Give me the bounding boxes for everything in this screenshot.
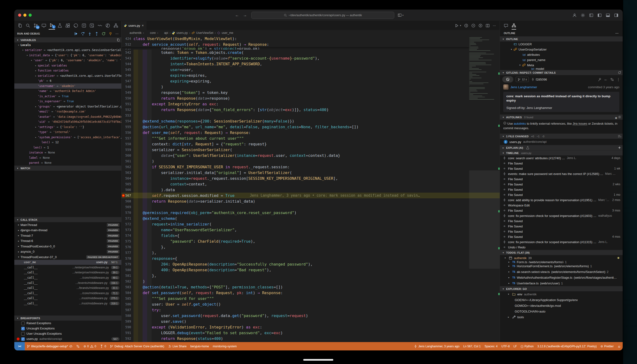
breakpoint-paused-icon[interactable] [122,200,125,203]
editor-gutter[interactable]: 552 [122,107,132,112]
variable-row[interactable]: 'name' = 'authentik Default Admin' [14,89,121,94]
ports-status[interactable]: 0 [98,342,108,350]
github-icon[interactable] [73,22,79,30]
variable-row[interactable]: 'is_superuser' = True [14,99,121,104]
nav-dot-icon[interactable] [471,24,475,28]
editor-gutter[interactable]: 584 [122,290,132,296]
editor-gutter[interactable]: 583 [122,284,132,290]
editor-gutter[interactable]: 585 [122,296,132,301]
variable-row[interactable]: ▾ serializer = <authentik.core.api.users… [14,48,121,53]
expand-chevron-icon[interactable]: ▸ [17,245,20,248]
stack-frame-row[interactable]: user_me users.py 567:1 [14,260,121,265]
debug-step-out-button[interactable] [95,32,99,36]
breadcrumb-item[interactable]: authentik [130,31,142,34]
explain-ai-header[interactable]: ▸EXPLAIN (AI) [500,145,623,150]
pin-icon[interactable] [598,78,601,81]
thread-row[interactable]: ▾ ThreadPoolExecutor-37_0 PAUSED ON BREA… [14,254,121,260]
code-line[interactable]: 586 user: User = self.get_object() [122,301,500,307]
editor-gutter[interactable]: 568 [122,198,132,204]
code-line[interactable]: 546 expires=expires, [122,72,500,78]
code-line[interactable]: 560 data={"user": UserSelfSerializer(ins… [122,152,500,158]
code-line[interactable]: 578 responses={ [122,256,500,261]
breakpoint-paused-icon[interactable] [122,303,125,306]
breakpoints-header[interactable]: ▾ BREAKPOINTS [14,315,121,320]
code-line[interactable]: 579 204: OpenApiResponse(description="Su… [122,261,500,267]
close-tab-icon[interactable]: × [142,24,144,28]
expand-chevron-icon[interactable]: ▸ [507,282,511,284]
code-line[interactable]: 555 @action(url_path="me", url_name="me"… [122,124,500,130]
editor-gutter[interactable]: 571 [122,216,132,221]
breakpoint-paused-icon[interactable] [122,337,125,340]
breakpoint-paused-icon[interactable] [122,166,125,168]
expand-chevron-icon[interactable]: ▾ [510,48,513,50]
breakpoint-paused-icon[interactable] [122,206,125,208]
kebab-menu-icon[interactable]: ⋮ [616,77,620,82]
outline-item[interactable]: ▾ UserGroupSerializer [500,47,623,52]
breakpoint-paused-icon[interactable] [122,217,125,220]
code-line[interactable]: 593 if user.pk == request.user.pk and SE… [122,341,500,342]
variable-row[interactable]: ▸ special variables [14,63,121,68]
run-python-file-button[interactable] [455,24,459,28]
expand-chevron-icon[interactable]: ▾ [25,54,29,56]
variable-row[interactable]: 'pk' = 6 [14,78,121,84]
variable-row[interactable]: label = None [14,155,121,160]
timeline-item[interactable]: core: fix permission check for scoped im… [500,213,623,218]
editor-gutter[interactable]: 555 [122,124,132,130]
editor-gutter[interactable]: 551 [122,101,132,107]
expand-chevron-icon[interactable]: ▸ [507,270,511,273]
compare-status[interactable] [74,342,82,350]
code-line[interactable]: 549 response["token"] = token.key [122,90,500,95]
source-control-icon[interactable]: 12 [33,22,39,30]
language-status[interactable]: { }Python [519,345,536,348]
autolinks-icons[interactable]: ◆ [615,115,621,119]
code-line[interactable]: 541 response["group_pk"] = str(object=gr… [122,47,500,50]
breakpoint-paused-icon[interactable] [122,268,125,272]
customize-layout-icon[interactable] [589,13,593,18]
explorer-go-header[interactable]: ▾EXPLORER: GO [500,286,623,291]
editor-gutter[interactable]: 581 [122,273,132,278]
breadcrumb-item[interactable]: api [164,31,168,34]
editor-gutter[interactable]: 553 [122,112,132,118]
remote-indicator[interactable]: >< [14,342,25,350]
variable-row[interactable]: 'email' = 'root@example.com' [14,109,121,114]
watch-header[interactable]: ▾ WATCH [14,166,121,171]
variable-row[interactable]: ▸ serializer = <authentik.core.api.users… [14,73,121,78]
breakpoint-paused-icon[interactable] [122,171,125,174]
editor-gutter[interactable]: 547 [122,78,132,84]
variables-header[interactable]: ▾ VARIABLES [14,37,121,42]
breadcrumb-item[interactable]: core [150,31,156,34]
editor-gutter[interactable]: 587 [122,307,132,313]
search-view-icon[interactable] [25,22,31,30]
changed-file-row[interactable]: ± users.py authentik/core/api [500,139,623,145]
breakpoint-paused-icon[interactable] [122,62,125,66]
breakpoint-checkbox[interactable] [21,327,25,330]
code-line[interactable]: 562 if SESSION_KEY_IMPERSONATE_USER in r… [122,164,500,170]
breakpoint-paused-icon[interactable] [122,263,125,266]
breakpoint-paused-icon[interactable] [122,137,125,140]
hierarchy-icon[interactable] [112,22,119,30]
code-line[interactable]: 548 ) [122,84,500,90]
breakpoint-paused-icon[interactable] [122,314,125,317]
code-line[interactable]: 543 identifier=slugify(value=f"service-a… [122,55,500,61]
variable-row[interactable]: len() = 1 [14,145,121,150]
stack-frame-row[interactable]: __call__ .../core/middleware.py 48:1 [14,275,121,280]
breakpoint-paused-icon[interactable] [122,131,125,134]
expand-chevron-icon[interactable]: ▸ [34,74,38,77]
editor-gutter[interactable]: 578 [122,256,132,261]
timeline-item[interactable]: File Saved 2 wks [500,182,623,187]
breakpoint-paused-icon[interactable] [122,280,125,283]
editor-gutter[interactable]: 541 [122,47,132,50]
toggle-panel-icon[interactable] [606,13,610,18]
editor-gutter[interactable]: 590 [122,324,132,330]
breadcrumb-item[interactable]: users.py [176,31,188,34]
code-line[interactable]: 571 @extend_schema( [122,216,500,221]
expand-chevron-icon[interactable]: ▾ [17,256,20,258]
formatter-status[interactable]: ⊘Prettier [598,345,616,348]
stack-frame-row[interactable]: __call__ .../enterprise/middleware.py 39… [14,265,121,270]
code-line[interactable]: 590 except (ValidationError, IntegrityEr… [122,324,500,330]
commit-count-badge[interactable]: 12 ± [516,77,529,82]
breadcrumbs[interactable]: authentik › core › api › [122,30,500,36]
code-line[interactable]: 569 [122,204,500,210]
editor-gutter[interactable]: 560 [122,152,132,158]
expand-chevron-icon[interactable]: ▸ [507,261,511,263]
